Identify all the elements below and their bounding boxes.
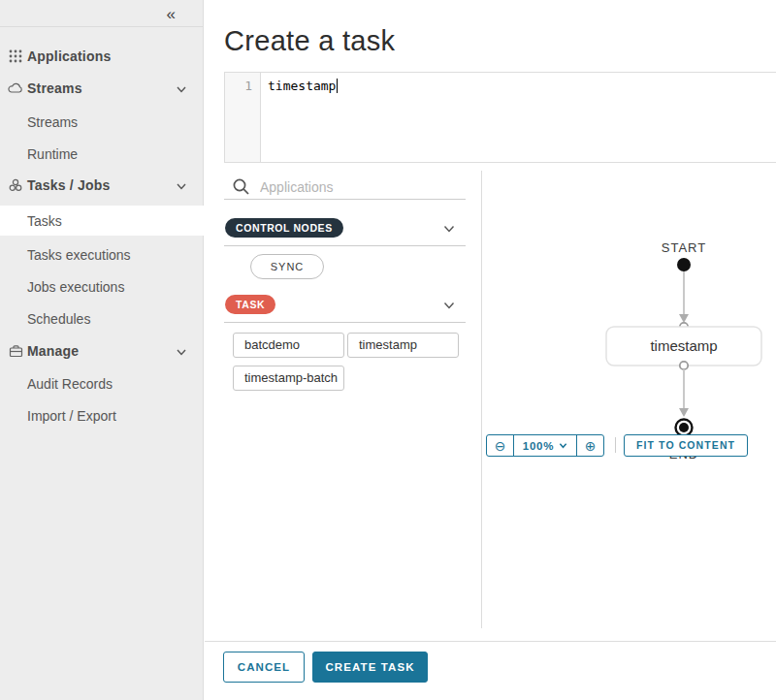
start-label: START bbox=[662, 240, 706, 255]
sidebar-item-audit-records[interactable]: Audit Records bbox=[0, 368, 204, 398]
dsl-text: timestamp bbox=[268, 79, 336, 93]
palette-item-timestamp-batch[interactable]: timestamp-batch bbox=[233, 366, 344, 391]
search-icon bbox=[232, 177, 250, 196]
editor-code-line: timestamp bbox=[268, 79, 338, 93]
line-number: 1 bbox=[244, 79, 252, 93]
tasks-cluster-icon bbox=[8, 177, 23, 193]
zoom-controls: ⊖ 100% ⊕ bbox=[486, 434, 604, 457]
sidebar-item-tasks-executions[interactable]: Tasks executions bbox=[0, 239, 204, 270]
apps-grid-icon bbox=[8, 48, 23, 64]
main-content: Create a task 1 timestamp CONTROL NODES … bbox=[205, 0, 776, 700]
palette-search-input[interactable] bbox=[260, 179, 444, 195]
sidebar-item-applications[interactable]: Applications bbox=[0, 41, 204, 71]
sidebar-collapse-icon[interactable]: « bbox=[167, 4, 176, 25]
zoom-level-dropdown[interactable]: 100% bbox=[513, 435, 577, 456]
sidebar-item-schedules[interactable]: Schedules bbox=[0, 303, 204, 334]
sidebar-item-tasks-jobs-group[interactable]: Tasks / Jobs bbox=[0, 170, 204, 200]
sidebar-item-streams[interactable]: Streams bbox=[0, 107, 204, 137]
editor-gutter: 1 bbox=[225, 73, 261, 162]
zoom-in-button[interactable]: ⊕ bbox=[577, 435, 603, 456]
control-nodes-badge: CONTROL NODES bbox=[225, 218, 343, 238]
flow-canvas[interactable]: START timestamp END bbox=[481, 171, 776, 628]
chevron-down-icon bbox=[176, 344, 187, 356]
sidebar: « Applications Streams Streams Runtime bbox=[0, 0, 204, 700]
text-cursor bbox=[337, 79, 338, 93]
chevron-down-icon bbox=[176, 178, 187, 190]
sidebar-item-streams-group[interactable]: Streams bbox=[0, 73, 204, 103]
zoom-out-button[interactable]: ⊖ bbox=[487, 435, 513, 456]
cancel-button[interactable]: CANCEL bbox=[223, 652, 305, 683]
fit-to-content-button[interactable]: FIT TO CONTENT bbox=[624, 434, 748, 457]
chevron-down-icon bbox=[559, 441, 567, 450]
sidebar-item-tasks[interactable]: Tasks bbox=[0, 206, 204, 236]
chevron-down-icon bbox=[442, 222, 456, 236]
sidebar-item-manage-group[interactable]: Manage bbox=[0, 335, 204, 366]
palette-item-timestamp[interactable]: timestamp bbox=[347, 333, 459, 358]
palette-item-batcdemo[interactable]: batcdemo bbox=[233, 333, 344, 358]
palette-group-control-nodes[interactable]: CONTROL NODES bbox=[224, 217, 466, 246]
cloud-icon bbox=[8, 80, 23, 96]
divider bbox=[0, 26, 203, 27]
palette-search-row bbox=[224, 175, 466, 200]
chevron-down-icon bbox=[176, 81, 187, 93]
divider bbox=[615, 437, 616, 453]
start-node[interactable] bbox=[677, 258, 691, 271]
palette-group-task[interactable]: TASK bbox=[224, 294, 466, 323]
zoom-level-value: 100% bbox=[523, 440, 555, 452]
task-badge: TASK bbox=[225, 295, 275, 314]
palette-item-sync[interactable]: SYNC bbox=[250, 254, 324, 279]
sidebar-item-jobs-executions[interactable]: Jobs executions bbox=[0, 271, 204, 302]
task-node-label: timestamp bbox=[650, 337, 717, 354]
sidebar-item-runtime[interactable]: Runtime bbox=[0, 139, 204, 169]
briefcase-icon bbox=[8, 343, 23, 359]
task-dsl-editor[interactable]: 1 timestamp bbox=[224, 72, 776, 163]
arrowhead-icon bbox=[679, 408, 689, 417]
create-task-button[interactable]: CREATE TASK bbox=[312, 652, 428, 683]
end-node-core bbox=[679, 423, 689, 432]
sidebar-item-import-export[interactable]: Import / Export bbox=[0, 400, 204, 430]
divider bbox=[205, 641, 776, 642]
chevron-down-icon bbox=[442, 299, 456, 312]
page-title: Create a task bbox=[224, 25, 395, 57]
node-output-port[interactable] bbox=[680, 362, 688, 369]
arrowhead-icon bbox=[679, 314, 689, 323]
